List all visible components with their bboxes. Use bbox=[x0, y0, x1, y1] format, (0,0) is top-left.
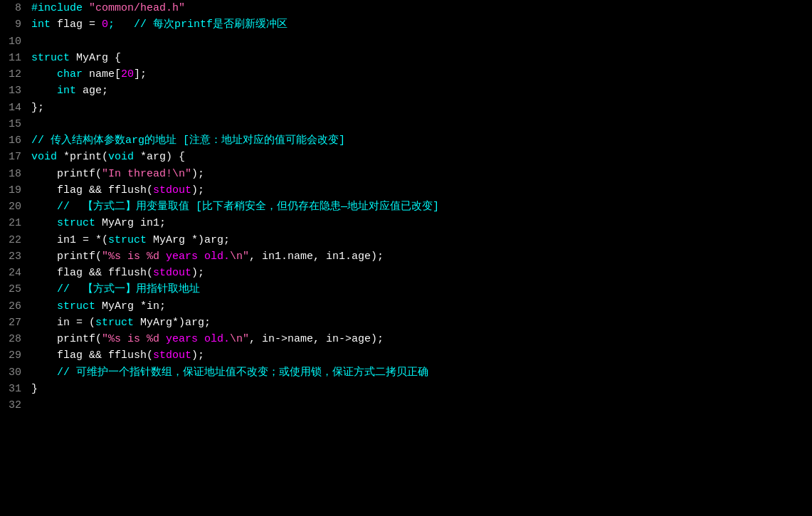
code-line: }; bbox=[31, 100, 812, 116]
token: , in->name, in->age); bbox=[249, 333, 384, 345]
token: #include bbox=[31, 2, 89, 14]
line-number: 30 bbox=[3, 364, 21, 381]
line-number: 14 bbox=[3, 100, 21, 116]
line-number: 28 bbox=[3, 331, 21, 347]
token: int bbox=[31, 19, 51, 31]
code-line: // 【方式一】用指针取地址 bbox=[31, 281, 812, 298]
line-number: 21 bbox=[3, 215, 21, 231]
code-line: printf("%s is %d years old.\n", in->name… bbox=[31, 331, 812, 347]
line-number: 27 bbox=[3, 315, 21, 331]
token: MyArg*)arg; bbox=[134, 317, 211, 329]
line-number: 25 bbox=[3, 281, 21, 298]
code-line: int flag = 0; // 每次printf是否刷新缓冲区 bbox=[31, 16, 812, 33]
line-number: 8 bbox=[3, 0, 21, 16]
token: MyArg { bbox=[70, 52, 121, 64]
token: ]; bbox=[134, 68, 147, 80]
token: struct bbox=[95, 317, 134, 329]
token: in1 = *( bbox=[31, 234, 108, 246]
line-number: 13 bbox=[3, 83, 21, 99]
token: int bbox=[31, 85, 76, 97]
code-line: in = (struct MyArg*)arg; bbox=[31, 315, 812, 331]
code-line: void *print(void *arg) { bbox=[31, 149, 812, 165]
code-line: printf("%s is %d years old.\n", in1.name… bbox=[31, 248, 812, 265]
line-number: 26 bbox=[3, 298, 21, 315]
line-number: 11 bbox=[3, 50, 21, 66]
code-line: struct MyArg in1; bbox=[31, 215, 812, 231]
line-number: 22 bbox=[3, 232, 21, 248]
token: // 【方式一】用指针取地址 bbox=[31, 283, 200, 295]
token: ); bbox=[191, 267, 204, 279]
token: void bbox=[31, 151, 57, 163]
token: struct bbox=[108, 234, 147, 246]
token: 20 bbox=[121, 68, 134, 80]
token: age; bbox=[76, 85, 108, 97]
code-line: } bbox=[31, 381, 812, 397]
token: } bbox=[31, 383, 38, 395]
code-line: char name[20]; bbox=[31, 66, 812, 83]
token: ); bbox=[191, 168, 204, 180]
line-number: 15 bbox=[3, 116, 21, 132]
token: "%s is %d bbox=[102, 251, 166, 263]
token: ; // 每次printf是否刷新缓冲区 bbox=[108, 19, 288, 31]
token: MyArg *)arg; bbox=[147, 234, 230, 246]
token: \n" bbox=[230, 333, 249, 345]
line-number: 16 bbox=[3, 132, 21, 149]
line-number: 29 bbox=[3, 347, 21, 364]
token: 0 bbox=[102, 19, 108, 31]
code-line: int age; bbox=[31, 83, 812, 99]
token: \n" bbox=[230, 251, 249, 263]
token: printf( bbox=[31, 333, 102, 345]
code-line bbox=[31, 116, 812, 132]
token: ); bbox=[191, 349, 204, 362]
token: struct bbox=[31, 300, 95, 312]
code-line: flag && fflush(stdout); bbox=[31, 182, 812, 199]
token: printf( bbox=[31, 168, 102, 180]
token: "%s is %d bbox=[102, 333, 166, 345]
token: stdout bbox=[153, 184, 191, 196]
token: printf( bbox=[31, 251, 102, 263]
token: ); bbox=[191, 184, 204, 196]
token: // 传入结构体参数arg的地址 [注意：地址对应的值可能会改变] bbox=[31, 135, 345, 147]
token: MyArg *in; bbox=[95, 300, 166, 312]
code-line bbox=[31, 397, 812, 414]
token: *print( bbox=[57, 151, 108, 163]
code-line: struct MyArg { bbox=[31, 50, 812, 66]
code-line bbox=[31, 33, 812, 50]
token: MyArg in1; bbox=[95, 217, 166, 229]
token: in = ( bbox=[31, 317, 95, 329]
token: "In thread!\n" bbox=[102, 168, 191, 180]
line-number: 31 bbox=[3, 381, 21, 397]
token: years old. bbox=[166, 251, 230, 263]
token: stdout bbox=[153, 349, 191, 362]
token: , in1.name, in1.age); bbox=[249, 251, 384, 263]
token: years old. bbox=[166, 333, 230, 345]
code-line: printf("In thread!\n"); bbox=[31, 166, 812, 182]
token: char bbox=[31, 68, 83, 80]
code-line: flag && fflush(stdout); bbox=[31, 265, 812, 281]
token: stdout bbox=[153, 267, 191, 279]
code-line: flag && fflush(stdout); bbox=[31, 347, 812, 364]
line-number: 19 bbox=[3, 182, 21, 199]
code-line: // 【方式二】用变量取值 [比下者稍安全，但仍存在隐患—地址对应值已改变] bbox=[31, 199, 812, 215]
line-number: 9 bbox=[3, 16, 21, 33]
token: "common/head.h" bbox=[89, 2, 185, 14]
token: struct bbox=[31, 217, 95, 229]
line-number: 23 bbox=[3, 248, 21, 265]
token: void bbox=[108, 151, 134, 163]
line-number: 20 bbox=[3, 199, 21, 215]
token: // 可维护一个指针数组，保证地址值不改变；或使用锁，保证方式二拷贝正确 bbox=[31, 367, 428, 379]
token: flag && fflush( bbox=[31, 267, 153, 279]
token: flag && fflush( bbox=[31, 184, 153, 196]
line-numbers: 8910111213141516171819202122232425262728… bbox=[0, 0, 26, 516]
code-line: in1 = *(struct MyArg *)arg; bbox=[31, 232, 812, 248]
token: }; bbox=[31, 102, 44, 114]
line-number: 24 bbox=[3, 265, 21, 281]
token: *arg) { bbox=[134, 151, 185, 163]
line-number: 10 bbox=[3, 33, 21, 50]
line-number: 18 bbox=[3, 166, 21, 182]
token: name[ bbox=[83, 68, 121, 80]
token: // 【方式二】用变量取值 [比下者稍安全，但仍存在隐患—地址对应值已改变] bbox=[31, 201, 439, 213]
code-line: // 可维护一个指针数组，保证地址值不改变；或使用锁，保证方式二拷贝正确 bbox=[31, 364, 812, 381]
code-content[interactable]: #include "common/head.h"int flag = 0; //… bbox=[26, 0, 812, 516]
code-line: // 传入结构体参数arg的地址 [注意：地址对应的值可能会改变] bbox=[31, 132, 812, 149]
